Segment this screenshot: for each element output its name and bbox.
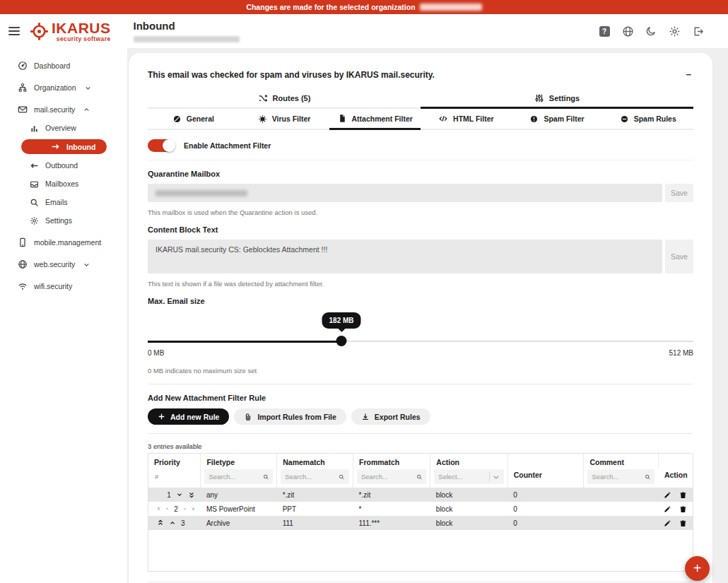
search-icon: [645, 473, 651, 481]
action-select-filter[interactable]: Select...: [434, 469, 503, 484]
sidebar-item-web-security[interactable]: web.security: [0, 255, 127, 273]
move-to-bottom-icon[interactable]: [188, 491, 195, 498]
col-comment: Comment: [584, 454, 658, 468]
edit-pencil-icon[interactable]: [664, 505, 671, 513]
subtab-spam-rules[interactable]: Spam Rules: [602, 109, 693, 130]
move-down-icon[interactable]: [183, 505, 187, 512]
sidebar-item-wifi-security[interactable]: wifi.security: [0, 277, 127, 295]
main-content: This email was checked for spam and viru…: [127, 48, 728, 583]
slider-handle[interactable]: [336, 336, 347, 346]
table-row[interactable]: 3 Archive 111 111.*** block 0: [148, 516, 693, 530]
quarantine-helper-text: This mailbox is used when the Quarantine…: [148, 208, 693, 216]
move-to-bottom-icon[interactable]: [192, 505, 195, 512]
priority-filter: #: [152, 473, 161, 481]
virus-icon: [258, 114, 267, 124]
redacted-org-name: [420, 4, 482, 11]
wifi-icon: [18, 281, 28, 291]
edit-pencil-icon[interactable]: [664, 519, 671, 527]
subtab-html-filter[interactable]: HTML Filter: [421, 109, 512, 130]
toggle-label: Enable Attachment Filter: [184, 141, 271, 150]
delete-trash-icon[interactable]: [679, 519, 687, 527]
quarantine-mailbox-label: Quarantine Mailbox: [148, 170, 693, 178]
table-row[interactable]: 2 MS PowerPoint PPT * block 0: [148, 502, 693, 516]
minus-circle-icon: [620, 114, 629, 124]
col-filetype: Filetype: [201, 454, 277, 468]
gear-icon: [30, 216, 39, 225]
panel-title: This email was checked for spam and viru…: [148, 70, 435, 80]
logout-icon[interactable]: [691, 25, 704, 37]
content-block-textarea[interactable]: IKARUS mail.security CS: Geblocktes Atta…: [148, 240, 662, 273]
sidebar-item-emails[interactable]: Emails: [0, 193, 127, 211]
filetype-search-filter[interactable]: [204, 469, 273, 484]
sidebar-item-overview[interactable]: Overview: [0, 119, 127, 137]
move-up-icon[interactable]: [165, 505, 169, 512]
import-rules-button[interactable]: Import Rules from File: [234, 408, 346, 425]
subtab-spam-filter[interactable]: Spam Filter: [512, 109, 603, 130]
ikarus-logo[interactable]: IKARUS security software: [30, 20, 111, 42]
plus-icon: [158, 413, 165, 420]
chevron-down-icon: [493, 473, 500, 481]
move-down-icon[interactable]: [176, 491, 183, 498]
quarantine-save-button[interactable]: Save: [665, 184, 693, 202]
delete-trash-icon[interactable]: [679, 505, 687, 513]
comment-search-filter[interactable]: [587, 469, 654, 484]
menu-icon[interactable]: [8, 27, 20, 35]
move-to-top-icon[interactable]: [157, 519, 164, 526]
search-icon: [30, 198, 39, 207]
sidebar-item-outbound[interactable]: Outbound: [0, 156, 127, 175]
col-frommatch: Frommatch: [353, 454, 430, 468]
table-row[interactable]: 1 any *.zit *.zit block 0: [148, 488, 693, 502]
slider-max-label: 512 MB: [669, 349, 693, 357]
sidebar-item-dashboard[interactable]: Dashboard: [0, 57, 127, 75]
envelope-icon: [18, 105, 28, 114]
code-icon: [438, 114, 448, 124]
sidebar-item-mailboxes[interactable]: Mailboxes: [0, 175, 127, 193]
namematch-search-filter[interactable]: [281, 469, 349, 484]
col-action: Action: [430, 454, 507, 468]
slider-helper-text: 0 MB indicates no maximum size set: [148, 367, 693, 375]
tab-routes[interactable]: Routes (5): [148, 89, 421, 109]
fab-add-button[interactable]: +: [685, 556, 710, 581]
collapse-panel-button[interactable]: −: [683, 69, 693, 80]
target-icon: [30, 22, 49, 41]
delete-trash-icon[interactable]: [679, 491, 687, 499]
max-email-size-label: Max. Email size: [148, 297, 693, 305]
col-priority: Priority: [148, 454, 201, 468]
move-to-top-icon[interactable]: [157, 505, 160, 512]
logo-subtitle: security software: [52, 36, 111, 42]
sidebar-item-settings[interactable]: Settings: [0, 211, 127, 230]
banner-text: Changes are made for the selected organi…: [246, 3, 415, 11]
sidebar-item-inbound-active[interactable]: Inbound: [21, 139, 107, 154]
add-rule-section-label: Add New Attachment Filter Rule: [148, 394, 693, 402]
quarantine-mailbox-input[interactable]: [148, 184, 662, 202]
export-rules-button[interactable]: Export Rules: [351, 408, 430, 425]
move-up-icon[interactable]: [169, 519, 176, 526]
sidebar-item-mobile-management[interactable]: mobile.management: [0, 233, 127, 252]
entries-count: 3 entries available: [148, 442, 693, 450]
max-email-size-slider: 182 MB 0 MB 512 MB: [148, 312, 693, 360]
sidebar-item-organization[interactable]: Organization: [0, 78, 127, 97]
dark-mode-moon-icon[interactable]: [645, 25, 657, 37]
chevron-up-icon: [83, 107, 90, 113]
edit-pencil-icon[interactable]: [664, 491, 671, 499]
content-block-save-button[interactable]: Save: [665, 240, 693, 273]
subtab-attachment-filter[interactable]: Attachment Filter: [329, 109, 421, 130]
subtab-virus-filter[interactable]: Virus Filter: [239, 109, 330, 130]
redacted-subtitle: [134, 36, 240, 42]
chevron-down-icon: [85, 85, 91, 91]
add-new-rule-button[interactable]: Add new Rule: [148, 408, 229, 425]
tab-settings[interactable]: Settings: [421, 89, 693, 109]
slider-track-fill: [148, 341, 341, 343]
settings-gear-icon[interactable]: [668, 25, 681, 37]
language-globe-icon[interactable]: [621, 25, 634, 37]
exclamation-circle-icon: [529, 114, 539, 124]
settings-card: This email was checked for spam and viru…: [129, 53, 712, 583]
arrow-left-icon: [30, 161, 39, 170]
inbox-icon: [30, 179, 39, 189]
paperclip-icon: [244, 413, 252, 421]
help-icon[interactable]: ?: [598, 25, 611, 37]
enable-attachment-filter-toggle[interactable]: [148, 139, 174, 152]
sidebar-item-mail-security[interactable]: mail.security: [0, 100, 127, 119]
subtab-general[interactable]: General: [148, 109, 239, 130]
frommatch-search-filter[interactable]: [357, 469, 426, 484]
